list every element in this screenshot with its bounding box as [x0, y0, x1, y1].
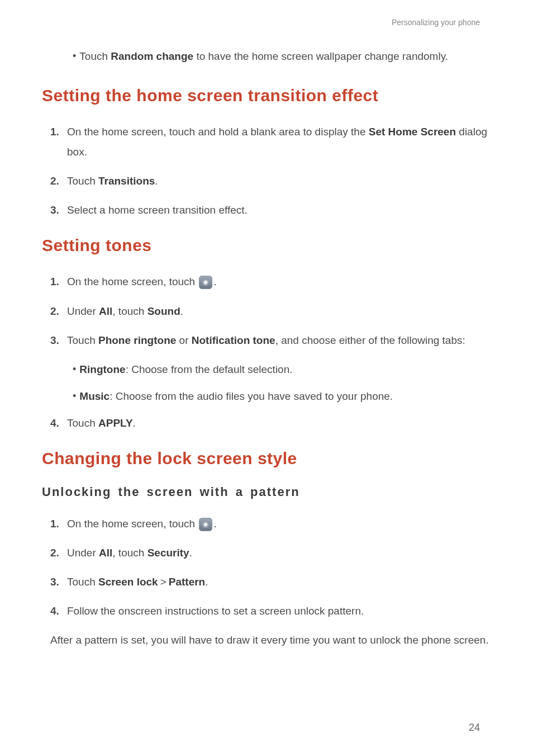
step-text: Touch APPLY. [67, 413, 491, 433]
bold-span: APPLY [98, 417, 133, 429]
section-heading-tones: Setting tones [42, 236, 491, 255]
intro-bullet: • Touch Random change to have the home s… [73, 46, 491, 67]
step-text: Follow the onscreen instructions to set … [67, 601, 491, 621]
sub-bullet-item: • Music: Choose from the audio files you… [73, 386, 491, 407]
bold-span: Notification tone [192, 334, 275, 346]
bullet-dot-icon: • [73, 46, 76, 65]
bullet-dot-icon: • [73, 360, 76, 379]
step-item: 4. Touch APPLY. [50, 413, 491, 433]
bold-span: Pattern [169, 576, 205, 588]
gt-separator: > [160, 576, 166, 588]
step-number: 4. [50, 413, 63, 433]
step-text: On the home screen, touch . [67, 514, 491, 534]
text-span: Under [67, 305, 99, 317]
bold-span: Transitions [98, 175, 155, 187]
step-text: On the home screen, touch and hold a bla… [67, 122, 491, 162]
text-span: . [213, 518, 216, 530]
text-span: . [213, 276, 216, 287]
bullet-dot-icon: • [73, 386, 76, 405]
step-text: Select a home screen transition effect. [67, 200, 491, 220]
text-span: , touch [112, 305, 147, 317]
bold-span: Ringtone [79, 363, 125, 375]
step-item: 3. Touch Screen lock>Pattern. [50, 572, 491, 592]
step-number: 3. [50, 572, 63, 592]
step-text: Under All, touch Sound. [67, 301, 491, 322]
bold-span: Screen lock [98, 576, 158, 588]
page-header: Personalizing your phone [42, 18, 491, 27]
section-heading-lock-screen: Changing the lock screen style [42, 449, 491, 468]
intro-bullet-text: Touch Random change to have the home scr… [79, 46, 491, 67]
step-number: 3. [50, 200, 63, 220]
step-item: 3. Touch Phone ringtone or Notification … [50, 330, 491, 351]
step-number: 2. [50, 543, 63, 563]
closing-paragraph: After a pattern is set, you will have to… [50, 630, 491, 650]
bullet-text: Music: Choose from the audio files you h… [79, 386, 393, 407]
settings-icon [199, 518, 212, 531]
text-span: . [155, 175, 158, 187]
step-number: 1. [50, 514, 63, 534]
step-item: 4. Follow the onscreen instructions to s… [50, 601, 491, 621]
bold-span: Sound [147, 305, 180, 317]
sub-heading-pattern: Unlocking the screen with a pattern [42, 485, 491, 499]
text-span: . [133, 417, 136, 429]
step-number: 1. [50, 272, 63, 292]
step-number: 1. [50, 122, 63, 142]
text-span: On the home screen, touch [67, 276, 198, 287]
text-span: Touch [67, 417, 98, 429]
step-text: On the home screen, touch . [67, 272, 491, 292]
step-item: 3. Select a home screen transition effec… [50, 200, 491, 220]
text-span: . [180, 305, 183, 317]
bullet-text: Ringtone: Choose from the default select… [79, 360, 292, 380]
text-span: Touch [67, 576, 98, 588]
bold-span: Set Home Screen [369, 126, 456, 138]
section-heading-transition: Setting the home screen transition effec… [42, 86, 491, 105]
step-number: 2. [50, 301, 63, 322]
step-text: Touch Phone ringtone or Notification ton… [67, 330, 491, 351]
step-text: Touch Transitions. [67, 171, 491, 191]
step-text: Touch Screen lock>Pattern. [67, 572, 491, 592]
text-span: , touch [112, 547, 147, 559]
bold-span: Music [79, 390, 110, 402]
step-number: 4. [50, 601, 63, 621]
step-item: 1. On the home screen, touch and hold a … [50, 122, 491, 162]
text-span: : Choose from the default selection. [126, 363, 293, 375]
text-span: to have the home screen wallpaper change… [193, 50, 448, 62]
step-item: 1. On the home screen, touch . [50, 514, 491, 534]
sub-bullet-item: • Ringtone: Choose from the default sele… [73, 360, 491, 380]
bold-span: All [99, 305, 112, 317]
step-number: 2. [50, 171, 63, 191]
step-item: 2. Under All, touch Security. [50, 543, 491, 563]
bold-span: Phone ringtone [98, 334, 176, 346]
step-item: 2. Touch Transitions. [50, 171, 491, 191]
text-span: On the home screen, touch and hold a bla… [67, 126, 369, 138]
settings-icon [199, 276, 212, 289]
text-span: : Choose from the audio files you have s… [110, 390, 393, 402]
text-span: Touch [67, 175, 98, 187]
text-span: Under [67, 547, 99, 559]
step-text: Under All, touch Security. [67, 543, 491, 563]
bold-span: Security [147, 547, 189, 559]
text-span: Touch [67, 334, 98, 346]
text-span: . [205, 576, 208, 588]
page-number: 24 [469, 722, 480, 734]
text-span: or [176, 334, 191, 346]
text-span: On the home screen, touch [67, 518, 198, 530]
step-item: 1. On the home screen, touch . [50, 272, 491, 292]
step-item: 2. Under All, touch Sound. [50, 301, 491, 322]
step-number: 3. [50, 330, 63, 351]
text-span: , and choose either of the following tab… [275, 334, 465, 346]
bold-span: Random change [111, 50, 193, 62]
text-span: Touch [79, 50, 111, 62]
text-span: . [189, 547, 192, 559]
bold-span: All [99, 547, 112, 559]
